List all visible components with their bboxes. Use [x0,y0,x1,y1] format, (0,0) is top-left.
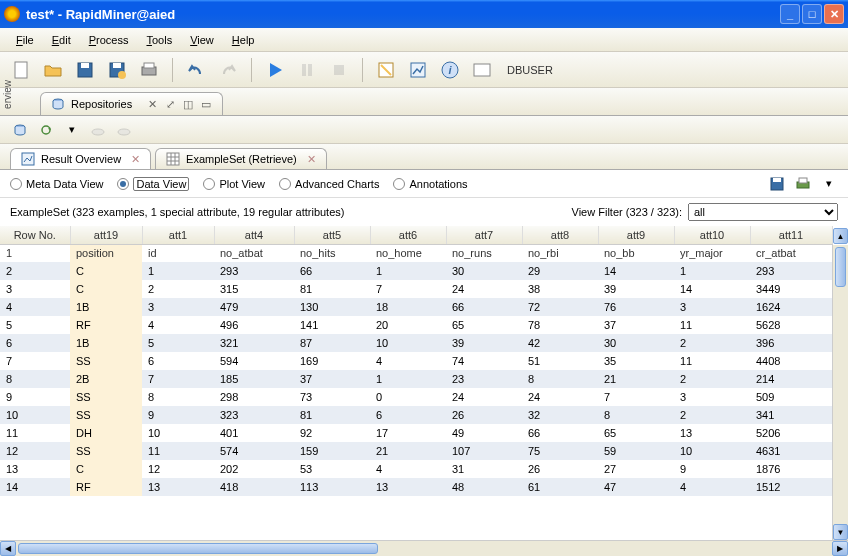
table-cell: 159 [294,442,370,460]
pause-icon[interactable] [294,57,320,83]
minimize-button[interactable]: _ [780,4,800,24]
screen-icon[interactable] [469,57,495,83]
tab-close-icon[interactable]: ✕ [307,153,316,166]
tab-close-icon[interactable]: ✕ [131,153,140,166]
save-as-icon[interactable] [104,57,130,83]
column-header[interactable]: att8 [522,226,598,244]
table-row[interactable]: 41B34791301866727631624 [0,298,832,316]
column-header[interactable]: att1 [142,226,214,244]
print-data-icon[interactable] [794,175,812,193]
info-icon[interactable]: i [437,57,463,83]
scroll-left-icon[interactable]: ◀ [0,541,16,556]
table-row[interactable]: 2C12936613029141293 [0,262,832,280]
radio-data-view[interactable]: Data View [117,177,189,191]
undo-icon[interactable] [183,57,209,83]
column-header[interactable]: att9 [598,226,674,244]
radio-plot-view[interactable]: Plot View [203,177,265,191]
table-cell: 5206 [750,424,832,442]
save-data-icon[interactable] [768,175,786,193]
menu-edit[interactable]: Edit [44,32,79,48]
scroll-up-icon[interactable]: ▲ [833,228,848,244]
table-cell: id [142,244,214,262]
radio-annotations[interactable]: Annotations [393,177,467,191]
table-cell: 13 [0,460,70,478]
refresh-icon[interactable] [38,122,54,138]
scroll-right-icon[interactable]: ▶ [832,541,848,556]
print-icon[interactable] [136,57,162,83]
table-cell: 14 [674,280,750,298]
design-view-icon[interactable] [373,57,399,83]
column-header[interactable]: att19 [70,226,142,244]
table-row[interactable]: 3C2315817243839143449 [0,280,832,298]
menu-help[interactable]: Help [224,32,263,48]
column-header[interactable]: Row No. [0,226,70,244]
dropdown-icon[interactable]: ▾ [64,122,80,138]
play-icon[interactable] [262,57,288,83]
horizontal-scrollbar[interactable]: ◀ ▶ [0,540,848,556]
tab-dock-icon[interactable]: ◫ [182,98,194,110]
repositories-tab[interactable]: Repositories ✕ ⤢ ◫ ▭ [40,92,223,115]
tab-close-icon[interactable]: ✕ [146,98,158,110]
table-cell: 2B [70,370,142,388]
table-row[interactable]: 10SS9323816263282341 [0,406,832,424]
table-cell: 72 [522,298,598,316]
tab-detach-icon[interactable]: ▭ [200,98,212,110]
table-cell: 10 [0,406,70,424]
table-cell: 29 [522,262,598,280]
table-row[interactable]: 13C1220253431262791876 [0,460,832,478]
tab-exampleset[interactable]: ExampleSet (Retrieve) ✕ [155,148,327,169]
menu-process[interactable]: Process [81,32,137,48]
table-row[interactable]: 7SS65941694745135114408 [0,352,832,370]
print-dropdown-icon[interactable]: ▾ [820,175,838,193]
cloud-up-icon[interactable] [90,122,106,138]
vertical-scrollbar[interactable]: ▲ ▼ [832,245,848,540]
open-icon[interactable] [40,57,66,83]
table-cell: 76 [598,298,674,316]
table-cell: 24 [446,388,522,406]
column-header[interactable]: att7 [446,226,522,244]
radio-advanced-charts[interactable]: Advanced Charts [279,177,379,191]
radio-meta-data-view[interactable]: Meta Data View [10,177,103,191]
overview-icon [21,152,35,166]
table-cell: 39 [598,280,674,298]
column-header[interactable]: att4 [214,226,294,244]
table-row[interactable]: 14RF134181131348614741512 [0,478,832,496]
save-icon[interactable] [72,57,98,83]
table-row[interactable]: 11DH104019217496665135206 [0,424,832,442]
horizontal-scroll-thumb[interactable] [18,543,378,554]
menu-file[interactable]: File [8,32,42,48]
tab-expand-icon[interactable]: ⤢ [164,98,176,110]
column-header[interactable]: att10 [674,226,750,244]
table-cell: 2 [0,262,70,280]
table-cell: 66 [294,262,370,280]
column-header[interactable]: att6 [370,226,446,244]
table-row[interactable]: 82B7185371238212214 [0,370,832,388]
results-view-icon[interactable] [405,57,431,83]
column-header[interactable]: att5 [294,226,370,244]
table-row[interactable]: 9SS8298730242473509 [0,388,832,406]
table-cell: 1624 [750,298,832,316]
menu-tools[interactable]: Tools [138,32,180,48]
table-row[interactable]: 12SS11574159211077559104631 [0,442,832,460]
close-button[interactable]: ✕ [824,4,844,24]
scroll-down-icon[interactable]: ▼ [833,524,848,540]
cloud-down-icon[interactable] [116,122,132,138]
table-cell: 17 [370,424,446,442]
table-row[interactable]: 1positionidno_atbatno_hitsno_homeno_runs… [0,244,832,262]
table-cell: 4408 [750,352,832,370]
view-filter-select[interactable]: all [688,203,838,221]
db-add-icon[interactable] [12,122,28,138]
table-cell: C [70,460,142,478]
menu-view[interactable]: View [182,32,222,48]
tab-result-overview[interactable]: Result Overview ✕ [10,148,151,169]
maximize-button[interactable]: □ [802,4,822,24]
table-row[interactable]: 5RF449614120657837115628 [0,316,832,334]
table-row[interactable]: 61B532187103942302396 [0,334,832,352]
redo-icon[interactable] [215,57,241,83]
vertical-scroll-thumb[interactable] [835,247,846,287]
table-cell: 3 [674,298,750,316]
table-cell: 10 [370,334,446,352]
new-icon[interactable] [8,57,34,83]
column-header[interactable]: att11 [750,226,832,244]
stop-icon[interactable] [326,57,352,83]
